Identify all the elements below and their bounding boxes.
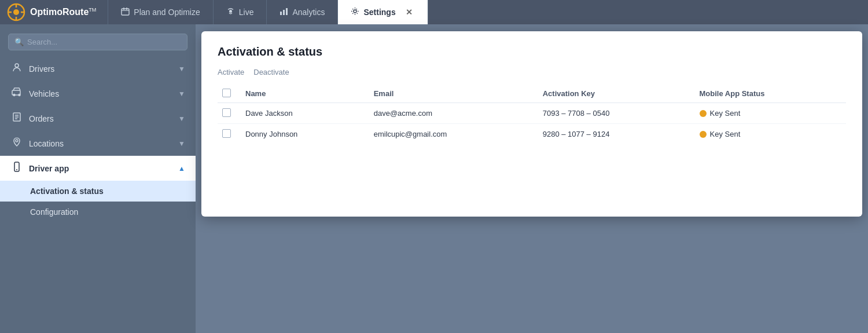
status-text-0: Key Sent [710, 109, 741, 118]
header-activation-key: Activation Key [536, 85, 693, 103]
row-email: emilcupic@gmail.com [367, 124, 536, 145]
activation-table: Name Email Activation Key Mobile App Sta… [218, 85, 846, 144]
svg-rect-6 [122, 9, 129, 15]
row-status: Key Sent [693, 103, 846, 124]
vehicles-icon [10, 87, 23, 100]
svg-point-15 [15, 64, 19, 67]
search-input[interactable]: Search... [27, 38, 57, 46]
nav-tabs: Plan and Optimize Live Analytics Setting… [108, 0, 428, 24]
tab-settings[interactable]: Settings ✕ [338, 0, 428, 24]
svg-point-14 [354, 10, 356, 13]
sidebar-item-driver-app[interactable]: Driver app ▲ [0, 156, 196, 181]
content-panel: Activation & status Activate Deactivate … [196, 24, 868, 333]
svg-rect-12 [283, 10, 285, 15]
analytics-icon [279, 7, 288, 17]
row-activation-key: 9280 – 1077 – 9124 [536, 124, 693, 145]
tab-analytics[interactable]: Analytics [267, 0, 338, 24]
select-all-checkbox[interactable] [222, 89, 231, 97]
row-email: dave@acme.com [367, 103, 536, 124]
drivers-label: Drivers [29, 64, 54, 74]
sidebar-item-drivers[interactable]: Drivers ▼ [0, 56, 196, 81]
orders-icon [10, 112, 23, 125]
svg-point-10 [229, 10, 232, 13]
vehicles-label: Vehicles [29, 89, 59, 98]
sidebar-item-locations[interactable]: Locations ▼ [0, 131, 196, 156]
header-name: Name [238, 85, 367, 103]
status-dot-1 [700, 131, 707, 138]
orders-label: Orders [29, 114, 54, 123]
activation-status-modal: Activation & status Activate Deactivate … [201, 31, 862, 217]
table-row: Dave Jackson dave@acme.com 7093 – 7708 –… [218, 103, 846, 124]
logo-icon [7, 3, 25, 21]
logo: OptimoRouteTM [7, 3, 108, 21]
modal-actions: Activate Deactivate [218, 68, 846, 76]
status-text-1: Key Sent [710, 130, 741, 138]
deactivate-button[interactable]: Deactivate [253, 68, 289, 76]
top-bar: OptimoRouteTM Plan and Optimize Live Ana… [0, 0, 868, 24]
drivers-chevron: ▼ [178, 65, 185, 73]
modal-title: Activation & status [218, 45, 846, 58]
activate-button[interactable]: Activate [218, 68, 244, 76]
locations-icon [10, 137, 23, 150]
sidebar: 🔍 Search... Drivers ▼ Vehicles ▼ Orders [0, 24, 196, 333]
row-name: Dave Jackson [238, 103, 367, 124]
locations-chevron: ▼ [178, 140, 185, 148]
svg-point-1 [13, 9, 19, 15]
row-checkbox-cell [218, 103, 238, 124]
driver-app-chevron: ▲ [178, 164, 185, 173]
header-checkbox-cell [218, 85, 238, 103]
sub-item-activation-status[interactable]: Activation & status [0, 181, 196, 202]
settings-icon [351, 7, 359, 17]
driver-app-icon [10, 162, 23, 175]
table-row: Donny Johnson emilcupic@gmail.com 9280 –… [218, 124, 846, 145]
tab-plan[interactable]: Plan and Optimize [108, 0, 213, 24]
search-icon: 🔍 [14, 38, 24, 46]
close-settings-tab[interactable]: ✕ [403, 6, 415, 18]
row-status: Key Sent [693, 124, 846, 145]
status-dot-0 [700, 110, 707, 117]
search-box[interactable]: 🔍 Search... [8, 34, 187, 50]
row-activation-key: 7093 – 7708 – 0540 [536, 103, 693, 124]
header-mobile-app-status: Mobile App Status [693, 85, 846, 103]
calendar-icon [121, 7, 130, 17]
vehicles-chevron: ▼ [178, 90, 185, 98]
main-content: 🔍 Search... Drivers ▼ Vehicles ▼ Orders [0, 24, 868, 333]
header-email: Email [367, 85, 536, 103]
svg-point-17 [13, 94, 15, 96]
drivers-icon [10, 62, 23, 75]
svg-point-23 [16, 140, 18, 142]
svg-rect-13 [286, 8, 288, 15]
locations-label: Locations [29, 139, 64, 148]
row-name: Donny Johnson [238, 124, 367, 145]
driver-app-label: Driver app [29, 164, 69, 173]
row-checkbox-0[interactable] [222, 108, 231, 117]
sub-item-configuration[interactable]: Configuration [0, 202, 196, 222]
sidebar-item-orders[interactable]: Orders ▼ [0, 106, 196, 131]
logo-text: OptimoRouteTM [30, 7, 96, 17]
svg-rect-11 [280, 12, 282, 15]
svg-point-18 [19, 94, 20, 96]
live-icon [226, 7, 235, 17]
orders-chevron: ▼ [178, 115, 185, 123]
row-checkbox-1[interactable] [222, 129, 231, 138]
activation-status-label: Activation & status [30, 186, 104, 196]
tab-live[interactable]: Live [214, 0, 267, 24]
configuration-label: Configuration [30, 207, 78, 217]
sidebar-item-vehicles[interactable]: Vehicles ▼ [0, 81, 196, 106]
row-checkbox-cell [218, 124, 238, 145]
